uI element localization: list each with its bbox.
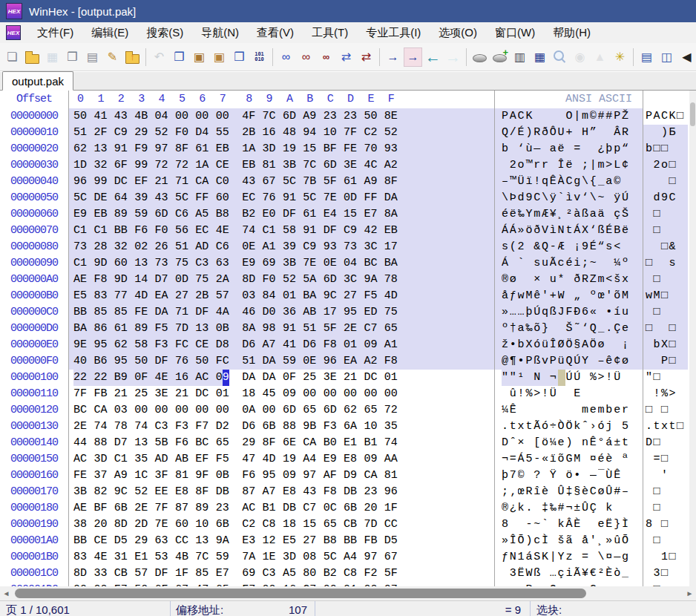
magnifier-icon[interactable]	[551, 47, 569, 67]
byte-cell[interactable]: 4F	[242, 108, 262, 125]
byte-cell[interactable]: B8	[324, 533, 344, 549]
byte-cell[interactable]: 13	[93, 141, 114, 157]
ascii-char[interactable]: ë	[622, 223, 630, 239]
byte-cell[interactable]: 43	[303, 484, 323, 500]
ascii-char[interactable]: ¶	[510, 353, 518, 370]
hex-bytes[interactable]: AEBF6B2E7F878923ACB1DBC70C6B201F	[69, 500, 495, 517]
ascii-char[interactable]: u	[550, 272, 558, 288]
ascii-char[interactable]: >	[598, 370, 606, 386]
ascii-char[interactable]: ‚	[510, 484, 518, 500]
ascii-char[interactable]: b	[518, 337, 526, 353]
byte-cell[interactable]: BF	[93, 500, 114, 517]
byte-cell[interactable]: EA	[155, 288, 175, 304]
ascii-char[interactable]	[622, 174, 630, 190]
byte-cell[interactable]: 72	[384, 402, 404, 419]
byte-cell[interactable]: EE	[155, 484, 175, 500]
ascii-char[interactable]: ß	[534, 566, 542, 582]
ascii-char[interactable]: Ú	[622, 190, 630, 206]
ascii-char[interactable]: s	[502, 239, 510, 255]
byte-cell[interactable]: 5A	[303, 272, 323, 288]
ascii-char[interactable]: ¿	[598, 141, 606, 157]
hex-row-00000100[interactable]: 000001002222B90F4E16AC09DADA0F253E21DC01…	[0, 370, 696, 386]
byte-cell[interactable]: BA	[73, 321, 93, 337]
ascii-char[interactable]	[614, 337, 622, 353]
ascii-char[interactable]: {	[590, 174, 598, 190]
byte-cell[interactable]: 1F	[384, 500, 404, 517]
hex-row-00000150[interactable]: 00000150AC3DC135ADABEFF5474D19A4E9E809AA…	[0, 451, 696, 468]
byte-cell[interactable]: FE	[344, 141, 364, 157]
byte-cell[interactable]: 74	[134, 419, 154, 435]
byte-cell[interactable]: F8	[93, 272, 114, 288]
ascii-char[interactable]: *	[558, 272, 566, 288]
byte-cell[interactable]: 14	[134, 272, 154, 288]
ascii-char[interactable]	[622, 468, 630, 484]
byte-cell[interactable]: 0D	[175, 272, 195, 288]
ascii-text[interactable]: þ7© ? Ÿ ö• —¯ÙÊ	[495, 468, 643, 484]
byte-cell[interactable]: F6	[175, 435, 195, 451]
ascii-char[interactable]: b	[502, 141, 510, 157]
byte-cell[interactable]: 7B	[303, 174, 323, 190]
byte-cell[interactable]: 41	[93, 108, 114, 125]
byte-cell[interactable]: 8F	[384, 174, 404, 190]
byte-cell[interactable]: C1	[263, 223, 283, 239]
byte-cell[interactable]: 67	[263, 174, 283, 190]
byte-cell[interactable]: 5C	[73, 190, 93, 206]
ascii-char[interactable]: í	[614, 304, 622, 321]
ascii-char[interactable]	[550, 402, 558, 419]
ascii-char[interactable]: Ö	[565, 419, 574, 435]
ascii-text[interactable]: @¶•PßvPüQÚY –ê¢ø	[495, 353, 643, 370]
ascii-char[interactable]: ~	[598, 190, 606, 206]
ascii-char[interactable]: |	[590, 157, 598, 174]
ascii-char[interactable]: ø	[622, 353, 630, 370]
byte-cell[interactable]: 97	[303, 468, 323, 484]
hex-row-000000C0[interactable]: 000000C0BB8585FEDA71DF4A46D036AB1795ED75…	[0, 304, 696, 321]
ascii-char[interactable]: è	[582, 484, 590, 500]
byte-cell[interactable]: FE	[134, 304, 154, 321]
ascii-char[interactable]	[525, 468, 534, 484]
byte-cell[interactable]: 6B	[216, 517, 236, 533]
hex-bytes[interactable]: 40B69550DF7650FC51DA590E96EAA2F8	[69, 353, 495, 370]
ascii-char[interactable]: g	[622, 549, 630, 566]
hex-row-00000140[interactable]: 000001404488D7135BF6BC65298F6ECAB0E1B174…	[0, 435, 696, 451]
ascii-char[interactable]: r	[542, 157, 550, 174]
ascii-char[interactable]: C	[518, 108, 526, 125]
ascii-char[interactable]: R	[534, 125, 542, 141]
byte-cell[interactable]: 16	[175, 370, 195, 386]
byte-cell[interactable]: DF	[324, 223, 344, 239]
byte-cell[interactable]: 10	[195, 517, 215, 533]
ascii-char[interactable]: à	[574, 206, 582, 223]
byte-cell[interactable]: 82	[93, 484, 114, 500]
ascii-char[interactable]	[614, 451, 622, 468]
byte-cell[interactable]: 48	[283, 125, 303, 141]
ascii-char[interactable]: •	[518, 353, 526, 370]
ascii-char[interactable]: P	[550, 353, 558, 370]
ascii-char[interactable]: ï	[550, 451, 558, 468]
byte-cell[interactable]: CE	[195, 337, 215, 353]
byte-cell[interactable]: CE	[93, 533, 114, 549]
ascii-char[interactable]: (	[510, 239, 518, 255]
ascii-char[interactable]: Ö	[590, 337, 598, 353]
ascii-char[interactable]: ‰	[550, 500, 558, 517]
byte-cell[interactable]: EB	[216, 141, 236, 157]
ascii-text[interactable]: \Þd9C\ÿ`ìv‘\~ ÿÚ	[495, 190, 643, 206]
ascii-char[interactable]	[558, 321, 566, 337]
byte-cell[interactable]: B0	[324, 435, 344, 451]
ascii-char[interactable]: ù	[525, 141, 534, 157]
byte-cell[interactable]: 85	[93, 304, 114, 321]
ascii-char[interactable]: ð	[574, 272, 582, 288]
ascii-char[interactable]: Z	[590, 272, 598, 288]
hex-row-00000040[interactable]: 000000409699DCEF2171CAC043675C7B5F61A98F…	[0, 174, 696, 190]
byte-cell[interactable]: B1	[263, 500, 283, 517]
byte-cell[interactable]: 17	[324, 304, 344, 321]
hex-bytes[interactable]: 7FFB21253E21DC011845090000000000	[69, 386, 495, 402]
ascii-char[interactable]: ð	[534, 223, 542, 239]
ascii-char[interactable]: €	[590, 566, 598, 582]
ascii-char[interactable]: Þ	[510, 190, 518, 206]
byte-cell[interactable]: 63	[216, 255, 236, 272]
byte-cell[interactable]: 09	[283, 386, 303, 402]
byte-cell[interactable]: 00	[303, 386, 323, 402]
ascii-char[interactable]: ‡	[565, 484, 574, 500]
paste-icon[interactable]: ▣	[210, 47, 229, 67]
byte-cell[interactable]: 62	[344, 402, 364, 419]
byte-cell[interactable]: 50	[195, 353, 215, 370]
